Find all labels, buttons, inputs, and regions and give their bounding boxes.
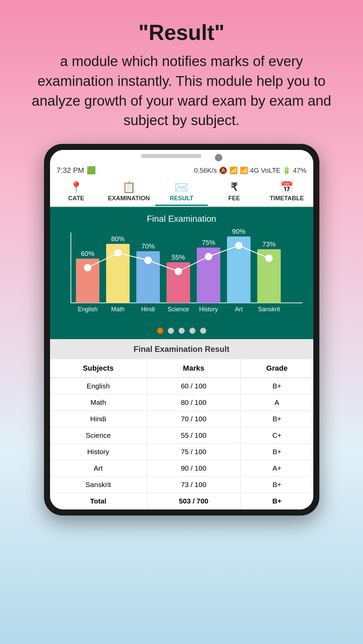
phone-top-bar xyxy=(50,150,313,164)
chart-section: Final Examination 60% English 80% Math xyxy=(50,207,313,339)
col-header-subjects: Subjects xyxy=(50,359,147,378)
table-header-row: Subjects Marks Grade xyxy=(50,359,313,378)
svg-text:Science: Science xyxy=(167,306,189,313)
svg-text:90%: 90% xyxy=(232,229,245,235)
nav-item-certificate[interactable]: 📍 CATE xyxy=(50,177,103,206)
signal-icon: 📶 xyxy=(240,166,248,174)
cell-grade: B+ xyxy=(240,378,313,394)
cell-grade: A+ xyxy=(240,460,313,477)
svg-point-25 xyxy=(144,257,152,264)
nav-item-fee[interactable]: ₹ FEE xyxy=(208,177,261,206)
svg-text:73%: 73% xyxy=(262,240,275,248)
chart-title: Final Examination xyxy=(57,214,307,224)
cell-marks: 75 / 100 xyxy=(147,444,240,460)
svg-text:Art: Art xyxy=(235,306,242,313)
bar-chart: 60% English 80% Math 70% Hindi 55% Scien… xyxy=(57,229,307,323)
chart-dot-3[interactable] xyxy=(179,328,185,334)
wifi-icon: 📶 xyxy=(229,166,238,174)
svg-point-28 xyxy=(235,242,242,249)
status-left: 7:32 PM 🟩 xyxy=(57,166,96,175)
table-row: English60 / 100B+ xyxy=(50,378,313,394)
mute-icon: 🔕 xyxy=(219,166,227,174)
chart-pagination xyxy=(57,323,307,336)
status-time: 7:32 PM xyxy=(57,166,84,175)
nav-label-timetable: TIMETABLE xyxy=(270,195,304,202)
phone-screen: 7:32 PM 🟩 0.56K/s 🔕 📶 📶 4G VoLTE 🔋 47% 📍… xyxy=(50,150,313,509)
cell-grade: B+ xyxy=(240,477,313,493)
nav-label-fee: FEE xyxy=(228,195,240,202)
fee-icon: ₹ xyxy=(231,181,237,194)
svg-point-27 xyxy=(205,253,212,260)
svg-text:Sanskrit: Sanskrit xyxy=(258,306,280,313)
svg-text:60%: 60% xyxy=(81,250,94,257)
status-right: 0.56K/s 🔕 📶 📶 4G VoLTE 🔋 47% xyxy=(194,166,307,174)
cell-grade: A xyxy=(240,394,313,411)
certificate-icon: 📍 xyxy=(70,181,83,194)
cell-marks: 73 / 100 xyxy=(147,477,240,493)
cell-marks: 60 / 100 xyxy=(147,378,240,394)
battery-level: 47% xyxy=(293,167,306,174)
result-icon: ✉️ xyxy=(175,181,188,194)
network-speed: 0.56K/s xyxy=(194,167,217,174)
table-row: Hindi70 / 100B+ xyxy=(50,411,313,427)
table-row: Science55 / 100C+ xyxy=(50,427,313,444)
phone-camera xyxy=(215,154,222,161)
svg-text:Hindi: Hindi xyxy=(141,306,155,313)
svg-text:Math: Math xyxy=(111,306,124,313)
cell-marks: 503 / 700 xyxy=(147,493,240,509)
cell-subject: History xyxy=(50,444,147,460)
cell-grade: B+ xyxy=(240,411,313,427)
chart-dot-4[interactable] xyxy=(189,328,195,334)
phone-mockup: 7:32 PM 🟩 0.56K/s 🔕 📶 📶 4G VoLTE 🔋 47% 📍… xyxy=(44,144,319,516)
status-app-icon: 🟩 xyxy=(87,166,96,175)
table-row: Math80 / 100A xyxy=(50,394,313,411)
page-title: "Result" xyxy=(27,20,336,45)
table-row: Sanskrit73 / 100B+ xyxy=(50,477,313,493)
table-row: History75 / 100B+ xyxy=(50,444,313,460)
cell-subject: Science xyxy=(50,427,147,444)
timetable-icon: 📅 xyxy=(280,181,293,194)
nav-item-timetable[interactable]: 📅 TIMETABLE xyxy=(261,177,313,206)
svg-text:75%: 75% xyxy=(201,239,215,246)
page-subtitle: a module which notifies marks of every e… xyxy=(32,53,331,128)
header-section: "Result" a module which notifies marks o… xyxy=(0,0,363,144)
nav-label-examination: EXAMINATION xyxy=(108,195,150,202)
result-section: Final Examination Result Subjects Marks … xyxy=(50,339,313,509)
nav-item-examination[interactable]: 📋 EXAMINATION xyxy=(102,177,155,206)
nav-bar: 📍 CATE 📋 EXAMINATION ✉️ RESULT ₹ FEE 📅 T… xyxy=(50,177,313,207)
cell-marks: 70 / 100 xyxy=(147,411,240,427)
nav-label-result: RESULT xyxy=(170,195,193,202)
battery-icon: 🔋 xyxy=(282,166,291,174)
cell-subject: Total xyxy=(50,493,147,509)
col-header-grade: Grade xyxy=(240,359,313,378)
cell-subject: Math xyxy=(50,394,147,411)
svg-text:80%: 80% xyxy=(111,235,124,243)
svg-point-26 xyxy=(175,268,182,275)
nav-item-result[interactable]: ✉️ RESULT xyxy=(155,177,208,206)
cell-marks: 90 / 100 xyxy=(147,460,240,477)
chart-dot-5[interactable] xyxy=(200,328,206,334)
cell-marks: 80 / 100 xyxy=(147,394,240,411)
cell-subject: Sanskrit xyxy=(50,477,147,493)
nav-label-certificate: CATE xyxy=(68,195,84,202)
chart-container: 60% English 80% Math 70% Hindi 55% Scien… xyxy=(57,229,307,323)
cell-grade: B+ xyxy=(240,493,313,509)
svg-text:History: History xyxy=(199,306,218,313)
examination-icon: 📋 xyxy=(122,181,136,194)
table-row: Art90 / 100A+ xyxy=(50,460,313,477)
network-type: 4G VoLTE xyxy=(250,167,281,174)
svg-point-23 xyxy=(84,264,91,271)
cell-subject: Art xyxy=(50,460,147,477)
cell-grade: B+ xyxy=(240,444,313,460)
cell-subject: Hindi xyxy=(50,411,147,427)
chart-dot-1[interactable] xyxy=(157,328,163,334)
phone-speaker xyxy=(141,154,201,158)
table-row: Total503 / 700B+ xyxy=(50,493,313,509)
result-table-title: Final Examination Result xyxy=(50,339,313,359)
cell-grade: C+ xyxy=(240,427,313,444)
chart-dot-2[interactable] xyxy=(168,328,174,334)
svg-point-29 xyxy=(265,255,273,262)
svg-point-24 xyxy=(114,249,122,257)
cell-subject: English xyxy=(50,378,147,394)
col-header-marks: Marks xyxy=(147,359,240,378)
